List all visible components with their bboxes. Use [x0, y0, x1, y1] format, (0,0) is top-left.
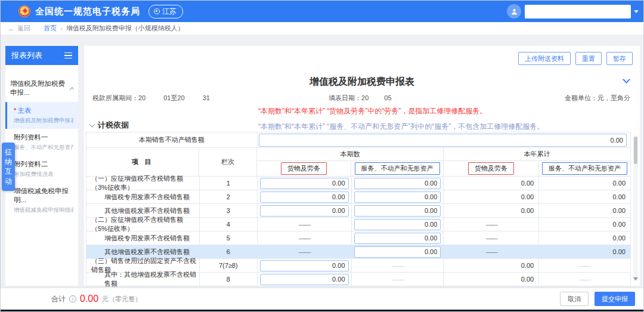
table-row-realestate-sales: 本期销售不动产销售额 [86, 132, 631, 148]
cell-value: 0.00 [444, 204, 539, 218]
cell-input[interactable] [354, 178, 441, 189]
cell-input[interactable] [260, 191, 349, 203]
sidebar-item-sublabel: 增值税减免税申报明细表 [14, 206, 73, 214]
cell-value: 0.00 [444, 177, 539, 190]
sidebar-item-tax-reduction[interactable]: 增值税减免税申报明... 增值税减免税申报明细表 [5, 183, 78, 218]
section-tax-basis[interactable]: 计税依据 [90, 120, 129, 131]
table-scrollbar[interactable] [633, 135, 638, 281]
account-dropdown-caret-icon[interactable] [634, 10, 639, 13]
cell-input[interactable] [260, 274, 349, 285]
row-line-no: 7(7≥8) [200, 259, 258, 273]
table-header: 项 目 栏次 本期数 货物及劳务 服务、不动产和无形资产 本年累计 货物及劳务 … [86, 148, 631, 177]
scrollbar-thumb[interactable] [634, 137, 637, 164]
sidebar-item-appendix-2[interactable]: 附列资料二 附加税费情况表 [5, 156, 78, 183]
cell-dash: —— [258, 231, 352, 245]
account-name-box[interactable] [525, 5, 631, 18]
cell-dash: —— [444, 218, 539, 231]
cell-input[interactable] [260, 260, 349, 271]
amount-unit: 金额单位：元，至角分 [565, 94, 630, 103]
note-services-realestate: “本期数”和“本年累计” “服务、不动产和无形资产”列中的“服务”，不包含加工修… [258, 122, 544, 132]
row-label: （二）应征增值税不含税销售额（5%征收率） [86, 218, 200, 231]
sidebar-item-main-form[interactable]: *主表 增值税及附加税费申报表 [5, 102, 78, 129]
breadcrumb-home[interactable]: 首页 [44, 24, 57, 33]
upload-attachments-button[interactable]: 上传附送资料 [518, 52, 571, 65]
region-badge[interactable]: 江苏 [148, 5, 183, 18]
cell-dash: —— [258, 245, 352, 259]
tax-interaction-floating-tab[interactable]: 征纳互动 [2, 143, 15, 191]
reset-button[interactable]: 重置 [575, 52, 602, 65]
cell-dash: —— [539, 259, 631, 273]
cell-value: 0.00 [539, 245, 631, 259]
report-list-sidebar: 报表列表 增值税及附加税费申报... *主表 增值税及附加税费申报表 附列资料一… [5, 46, 78, 286]
sidebar-item-sublabel: 附加税费情况表 [14, 171, 73, 178]
cell-input[interactable] [354, 246, 441, 258]
header-services-realestate-current: 服务、不动产和无形资产 [355, 162, 440, 175]
screen: 全国统一规范电子税务局 江苏 ← 返回 首页 › 增值税及附加税费申报（小规模纳… [0, 0, 644, 312]
location-pin-icon [154, 8, 160, 14]
sidebar-item-appendix-1[interactable]: 附列资料一 服务、不动产和无形资产扣.. [5, 129, 78, 156]
required-asterisk: * [14, 107, 16, 114]
total-value: 0.00 [80, 294, 98, 304]
window-bottom-edge [1, 310, 644, 312]
breadcrumb: ← 返回 首页 › 增值税及附加税费申报（小规模纳税人） [1, 22, 644, 35]
cell-dash: —— [444, 245, 539, 259]
total-label: 合计 [51, 294, 66, 304]
table-row: 其中：其他增值税发票不含税销售额 8 —— 0.00 —— [86, 273, 631, 286]
cell-input[interactable] [354, 205, 441, 217]
user-avatar-icon[interactable] [507, 4, 521, 18]
cell-value: 0.00 [539, 218, 631, 231]
save-draft-button[interactable]: 暂存 [606, 52, 633, 65]
note-goods-services: “本期数”和“本年累计” “货物及劳务”中的“劳务”，是指加工修理修配服务。 [258, 106, 487, 116]
row-line-no: 1 [200, 177, 258, 190]
sidebar-item-label: 增值税减免税申报明... [14, 187, 73, 205]
cell-value: 0.00 [444, 259, 539, 273]
collapse-menu-icon[interactable] [64, 52, 72, 59]
cell-value: 0.00 [539, 190, 631, 204]
scrollbar-down-arrow-icon[interactable] [633, 277, 638, 280]
realestate-sales-label: 本期销售不动产销售额 [86, 132, 258, 148]
header-line-no: 栏次 [199, 148, 257, 177]
cell-dash: —— [258, 218, 352, 231]
cell-input[interactable] [354, 219, 441, 230]
national-emblem-icon [18, 5, 30, 17]
region-name: 江苏 [162, 7, 177, 17]
footer-buttons: 取消 提交申报 [560, 292, 635, 306]
cell-dash: —— [352, 259, 444, 273]
total-summary: 合计 i 0.00 元（零元整） [51, 294, 141, 304]
form-title: 增值税及附加税费申报表 [84, 76, 640, 88]
sidebar-title: 报表列表 [11, 50, 42, 61]
form-toolbar: 上传附送资料 重置 暂存 [518, 52, 633, 65]
back-button[interactable]: ← 返回 [8, 24, 30, 33]
top-bar: 全国统一规范电子税务局 江苏 [1, 1, 644, 22]
cell-dash: —— [444, 231, 539, 245]
total-unit: 元（零元整） [102, 295, 141, 304]
vat-declaration-table: 本期销售不动产销售额 项 目 栏次 本期数 货物及劳务 服务、不动产和无形资产 [86, 132, 631, 286]
cell-input[interactable] [260, 205, 349, 217]
app-title: 全国统一规范电子税务局 [35, 6, 140, 17]
cell-input[interactable] [354, 191, 441, 203]
info-icon[interactable]: i [69, 295, 76, 302]
back-label: 返回 [17, 24, 30, 33]
sidebar-item-sublabel: 增值税及附加税费申报表 [14, 117, 73, 125]
sidebar-item-label: 主表 [17, 107, 31, 114]
sidebar-group-vat-declaration[interactable]: 增值税及附加税费申报... [5, 65, 78, 102]
row-label: （一）应征增值税不含税销售额（3%征收率） [86, 177, 200, 190]
header-goods-services-ytd: 货物及劳务 [468, 162, 514, 175]
row-label: 增值税专用发票不含税销售额 [86, 190, 200, 204]
header-ytd: 本年累计 [444, 148, 631, 161]
footer-bar: 合计 i 0.00 元（零元整） 取消 提交申报 [1, 288, 644, 310]
sidebar-item-label: 附列资料一 [14, 133, 73, 142]
row-line-no: 3 [200, 204, 258, 218]
row-label: 其中：其他增值税发票不含税销售额 [86, 273, 200, 286]
cell-input[interactable] [260, 178, 349, 189]
fill-date: 填表日期：2005 [329, 94, 392, 103]
cancel-button[interactable]: 取消 [560, 292, 589, 306]
table-row: （二）应征增值税不含税销售额（5%征收率） 4 —— —— 0.00 [86, 218, 631, 231]
header-goods-services-current: 货物及劳务 [281, 162, 327, 175]
realestate-sales-input[interactable] [259, 134, 627, 147]
cell-input[interactable] [354, 233, 441, 244]
chevron-down-icon [89, 122, 95, 128]
sidebar-item-label: 附列资料二 [14, 160, 73, 169]
submit-declaration-button[interactable]: 提交申报 [595, 292, 635, 306]
cell-value: 0.00 [444, 190, 539, 204]
